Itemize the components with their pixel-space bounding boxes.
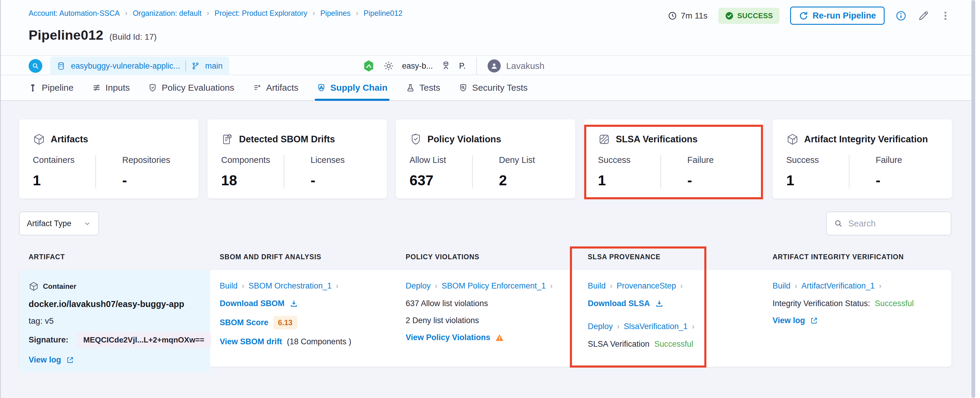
metric-value: 1 bbox=[33, 172, 95, 189]
download-icon bbox=[655, 299, 664, 308]
flask-icon bbox=[406, 83, 415, 92]
chevron-icon: › bbox=[680, 281, 683, 291]
metric-label: Allow List bbox=[409, 155, 472, 165]
view-sbom-drift-link[interactable]: View SBOM drift bbox=[220, 337, 282, 346]
rerun-pipeline-button[interactable]: Re-run Pipeline bbox=[790, 6, 885, 25]
tab-pipeline[interactable]: Pipeline bbox=[19, 75, 83, 100]
info-button[interactable] bbox=[895, 10, 907, 21]
slsa-verification-status: Successful bbox=[654, 339, 693, 349]
table-row: Container docker.io/lavakush07/easy-bugg… bbox=[19, 270, 951, 367]
trigger-pipeline-name[interactable]: easy-b... bbox=[402, 61, 433, 71]
metric: Components 18 bbox=[221, 155, 284, 189]
view-log-link[interactable]: View log bbox=[29, 355, 61, 364]
view-log-link[interactable]: View log bbox=[773, 316, 805, 325]
col-header-slsa: SLSA PROVENANCE bbox=[578, 253, 763, 261]
breadcrumb-separator: › bbox=[207, 9, 209, 17]
drift-components-count: (18 Components ) bbox=[287, 337, 352, 346]
tab-inputs[interactable]: Inputs bbox=[83, 75, 139, 100]
metric: Repositories - bbox=[95, 155, 185, 189]
artifact-type-dropdown[interactable]: Artifact Type bbox=[19, 211, 99, 235]
chevron-icon: › bbox=[242, 281, 244, 291]
metric-value: - bbox=[122, 172, 185, 189]
step-link[interactable]: SlsaVerification_1 bbox=[624, 322, 688, 331]
sbom-score-link[interactable]: SBOM Score bbox=[220, 318, 269, 327]
summary-cards: Artifacts Containers 1 Repositories - De… bbox=[19, 119, 952, 198]
repo-name[interactable]: easybuggy-vulnerable-applic... bbox=[71, 61, 180, 71]
chevron-icon: › bbox=[435, 281, 438, 291]
breadcrumb-project[interactable]: Project: Product Exploratory bbox=[215, 9, 307, 18]
download-sbom-link[interactable]: Download SBOM bbox=[220, 299, 285, 308]
breadcrumb-separator: › bbox=[125, 9, 127, 17]
chevron-icon: › bbox=[617, 322, 620, 331]
avatar bbox=[488, 59, 501, 72]
tab-label: Tests bbox=[419, 83, 440, 93]
metric-label: Containers bbox=[33, 155, 95, 165]
metric: Allow List 637 bbox=[409, 155, 472, 189]
scrollbar-thumb[interactable] bbox=[971, 0, 975, 398]
artifact-tag: tag: v5 bbox=[29, 316, 203, 326]
artifact-type: Container bbox=[43, 282, 76, 291]
breadcrumb-pipeline012[interactable]: Pipeline012 bbox=[364, 9, 402, 18]
tab-label: Artifacts bbox=[266, 83, 298, 93]
cube-icon bbox=[786, 133, 799, 145]
codebase-icon bbox=[29, 59, 42, 73]
tab-policy-evaluations[interactable]: Policy Evaluations bbox=[139, 75, 243, 100]
breadcrumb-organization[interactable]: Organization: default bbox=[133, 9, 202, 18]
search-box[interactable] bbox=[826, 211, 951, 235]
tab-supply-chain[interactable]: Supply Chain bbox=[308, 75, 397, 100]
col-header-policy: POLICY VIOLATIONS bbox=[396, 253, 578, 261]
card-title: Artifact Integrity Verification bbox=[804, 134, 928, 145]
search-input[interactable] bbox=[848, 219, 961, 229]
step-link[interactable]: SBOM Policy Enforcement_1 bbox=[442, 281, 546, 291]
step-link[interactable]: SBOM Orchestration_1 bbox=[248, 281, 332, 291]
chevron-icon: › bbox=[610, 281, 612, 291]
artifact-cell: Container docker.io/lavakush07/easy-bugg… bbox=[19, 270, 210, 372]
supply-chain-icon bbox=[317, 83, 326, 92]
chevron-icon: › bbox=[336, 281, 339, 291]
metric-value: - bbox=[876, 172, 938, 189]
metric: Licenses - bbox=[284, 155, 373, 189]
stage-link[interactable]: Build bbox=[220, 281, 237, 291]
clock-icon bbox=[668, 11, 677, 21]
tab-tests[interactable]: Tests bbox=[397, 75, 449, 100]
metric-value: 18 bbox=[221, 172, 284, 189]
view-policy-violations-link[interactable]: View Policy Violations bbox=[406, 333, 490, 342]
stage-link[interactable]: Deploy bbox=[406, 281, 431, 291]
stage-link[interactable]: Build bbox=[588, 281, 606, 291]
metric-value: 637 bbox=[409, 172, 472, 189]
duration-value: 7m 11s bbox=[681, 11, 708, 21]
step-link[interactable]: ArtifactVerification_1 bbox=[802, 281, 875, 291]
divider bbox=[185, 61, 186, 71]
breadcrumb-account[interactable]: Account: Automation-SSCA bbox=[29, 9, 120, 18]
shield-check-icon bbox=[409, 133, 422, 145]
sbom-score-badge: 6.13 bbox=[273, 316, 298, 329]
divider bbox=[0, 55, 971, 56]
edit-pencil-button[interactable] bbox=[917, 10, 929, 22]
branch-name[interactable]: main bbox=[205, 61, 223, 71]
external-link-icon bbox=[66, 356, 74, 364]
step-link[interactable]: ProvenanceStep bbox=[617, 281, 676, 291]
download-slsa-link[interactable]: Download SLSA bbox=[588, 299, 650, 308]
integrity-cell: Build › ArtifactVerification_1 › Integri… bbox=[763, 270, 951, 372]
metric-label: Deny List bbox=[499, 155, 562, 165]
artifact-type-label: Artifact Type bbox=[27, 219, 72, 228]
metric-label: Failure bbox=[876, 155, 938, 165]
metric: Containers 1 bbox=[33, 155, 95, 189]
allow-list-violations: 637 Allow list violations bbox=[406, 299, 571, 308]
breadcrumb-pipelines[interactable]: Pipelines bbox=[320, 9, 350, 18]
cube-icon bbox=[33, 133, 45, 145]
metric-label: Failure bbox=[687, 155, 750, 165]
stage-link[interactable]: Build bbox=[773, 281, 791, 291]
check-circle-icon bbox=[725, 11, 734, 20]
tab-artifacts[interactable]: Artifacts bbox=[243, 75, 308, 100]
git-branch-icon bbox=[191, 62, 200, 70]
deny-list-violations: 2 Deny list violations bbox=[406, 316, 571, 325]
stage-link[interactable]: Deploy bbox=[588, 322, 613, 331]
repo-chip[interactable]: easybuggy-vulnerable-applic... main bbox=[50, 57, 229, 75]
kebab-menu-button[interactable] bbox=[940, 10, 951, 22]
metric: Success 1 bbox=[786, 155, 849, 189]
tab-security-tests[interactable]: Security Tests bbox=[449, 75, 537, 100]
metric: Failure - bbox=[660, 155, 750, 189]
signature-label: Signature: bbox=[29, 335, 68, 345]
card-title: Policy Violations bbox=[427, 134, 501, 145]
